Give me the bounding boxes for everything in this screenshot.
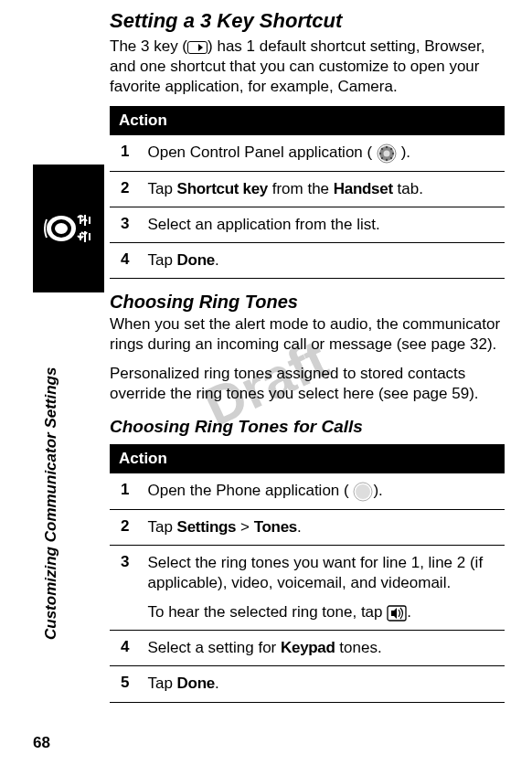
step-post: tones. [335,639,382,656]
svg-rect-3 [80,217,81,224]
action-header: Action [110,444,505,473]
table-row: 3 Select the ring tones you want for lin… [110,546,505,631]
svg-point-18 [390,157,392,159]
shortcut-action-table: Action 1 Open Control Panel application … [110,106,505,279]
svg-point-19 [383,150,389,156]
table-row: 1 Open the Phone application ( ). [110,473,505,509]
svg-rect-8 [89,233,90,240]
step-number: 3 [110,207,138,242]
table-row: 2 Tap Settings > Tones. [110,509,505,545]
step-pre: Tap [147,675,176,692]
section-shortcut-title: Setting a 3 Key Shortcut [110,9,505,33]
step-number: 4 [110,631,138,666]
step-pre: Tap [147,180,176,197]
section-ringtones-title: Choosing Ring Tones [110,292,505,313]
sidebar-section-label: Customizing Communicator Settings [42,367,60,640]
step-sub-pre: To hear the selected ring tone, tap [147,603,387,621]
ringtones-para2: Personalized ring tones assigned to stor… [110,364,505,404]
svg-rect-5 [89,217,90,224]
intro-text-pre: The 3 key ( [110,37,187,55]
step-post: . [215,675,219,692]
bold-label: Done [177,251,215,269]
bold-label: Keypad [281,639,335,656]
svg-point-14 [392,153,394,154]
step-pre: Tap [147,518,176,536]
table-row: 1 Open Control Panel application ( ). [110,135,505,171]
step-number: 5 [110,666,138,702]
svg-point-13 [379,153,381,154]
key-3-icon [187,41,207,54]
step-post: tab. [393,180,423,197]
step-sub: To hear the selected ring tone, tap . [147,602,495,622]
step-text: Open Control Panel application ( ). [138,135,505,171]
svg-point-2 [55,223,68,234]
step-mid: > [236,518,253,536]
step-text: Select the ring tones you want for line … [138,546,505,631]
step-post: . [215,251,219,269]
bell-icon [41,201,96,256]
step-main: Select the ring tones you want for line … [147,554,483,591]
bold-label: Handset [334,180,393,197]
step-text: Tap Settings > Tones. [138,509,505,545]
table-row: 4 Select a setting for Keypad tones. [110,631,505,666]
step-text: Tap Done. [138,666,505,702]
step-number: 3 [110,546,138,631]
svg-rect-6 [80,233,81,240]
page-number: 68 [33,734,50,752]
step-number: 1 [110,473,138,509]
step-text: Select a setting for Keypad tones. [138,631,505,666]
step-text: Open the Phone application ( ). [138,473,505,509]
table-row: 4 Tap Done. [110,242,505,278]
main-content: Setting a 3 Key Shortcut The 3 key () ha… [110,9,505,710]
step-post: ). [401,143,410,161]
step-pre: Tap [147,251,176,269]
svg-point-17 [381,157,383,159]
step-number: 2 [110,509,138,545]
svg-point-15 [381,148,383,150]
svg-point-16 [390,148,392,150]
svg-point-21 [356,484,370,499]
table-row: 3 Select an application from the list. [110,207,505,242]
phone-app-icon [353,482,373,502]
bold-label: Tones [254,518,297,536]
table-row: 5 Tap Done. [110,666,505,702]
step-number: 2 [110,171,138,207]
section-ringtones-calls-title: Choosing Ring Tones for Calls [110,417,505,437]
step-text: Select an application from the list. [138,207,505,242]
svg-point-11 [386,146,388,148]
bold-label: Done [177,675,215,692]
ringtones-para1: When you set the alert mode to audio, th… [110,314,505,355]
step-sub-post: . [407,603,411,621]
step-pre: Open Control Panel application ( [147,143,372,161]
control-panel-icon [377,143,397,164]
step-number: 4 [110,242,138,278]
step-post: ). [373,482,382,499]
step-number: 1 [110,135,138,171]
action-header: Action [110,106,505,135]
step-pre: Open the Phone application ( [147,482,348,499]
side-tab [33,165,104,292]
step-post: . [297,518,302,536]
svg-rect-4 [84,215,86,226]
bold-label: Settings [177,518,237,536]
step-text: Tap Done. [138,242,505,278]
ringtones-action-table: Action 1 Open the Phone application ( ).… [110,444,505,702]
step-text: Tap Shortcut key from the Handset tab. [138,171,505,207]
step-mid: from the [268,180,334,197]
svg-rect-7 [84,231,86,242]
section-shortcut-intro: The 3 key () has 1 default shortcut sett… [110,37,505,97]
step-pre: Select a setting for [147,639,281,656]
bold-label: Shortcut key [177,180,268,197]
speaker-icon [387,605,407,622]
svg-point-12 [386,159,388,161]
table-row: 2 Tap Shortcut key from the Handset tab. [110,171,505,207]
